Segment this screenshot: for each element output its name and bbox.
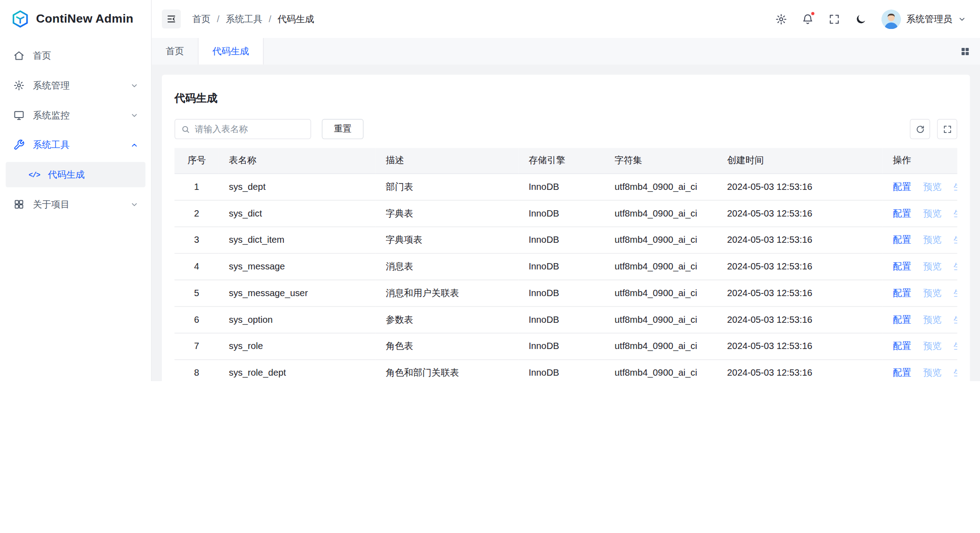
generate-link[interactable]: 生成	[953, 314, 957, 324]
chevron-down-icon	[130, 81, 138, 90]
cell-index: 7	[174, 333, 219, 359]
table-tools	[910, 119, 957, 139]
cell-engine: InnoDB	[519, 306, 605, 333]
cell-index: 1	[174, 173, 219, 200]
generate-link[interactable]: 生成	[953, 181, 957, 191]
sidebar-item-system-monitor[interactable]: 系统监控	[6, 103, 145, 128]
configure-link[interactable]: 配置	[893, 181, 911, 191]
breadcrumb-separator: /	[269, 14, 272, 24]
cell-engine: InnoDB	[519, 173, 605, 200]
cell-index: 2	[174, 200, 219, 226]
breadcrumb: 首页 / 系统工具 / 代码生成	[192, 13, 314, 25]
search-input[interactable]	[195, 124, 305, 134]
dark-mode-moon-icon[interactable]	[854, 13, 867, 25]
generate-link[interactable]: 生成	[953, 288, 957, 297]
notifications-bell-icon[interactable]	[802, 13, 814, 25]
cell-table-name: sys_message_user	[219, 280, 375, 307]
configure-link[interactable]: 配置	[893, 341, 911, 351]
sidebar-item-label: 系统工具	[33, 139, 131, 151]
cell-table-name: sys_role	[219, 333, 375, 359]
tab-options-grid-icon[interactable]	[960, 38, 980, 65]
sidebar-item-system-tools[interactable]: 系统工具	[6, 132, 145, 157]
topbar: 首页 / 系统工具 / 代码生成	[152, 0, 980, 38]
tab-code-generation[interactable]: 代码生成	[198, 38, 263, 65]
fullscreen-icon[interactable]	[828, 13, 840, 25]
menu-fold-icon	[166, 14, 176, 24]
sidebar-item-code-generation[interactable]: </> 代码生成	[6, 162, 145, 187]
cell-index: 3	[174, 226, 219, 253]
app-logo[interactable]: ContiNew Admin	[0, 0, 151, 38]
cell-table-name: sys_message	[219, 253, 375, 280]
avatar	[881, 9, 900, 28]
cell-index: 5	[174, 280, 219, 307]
refresh-button[interactable]	[910, 119, 930, 139]
sidebar-item-label: 系统监控	[33, 109, 131, 121]
col-actions: 操作	[883, 148, 957, 173]
sidebar-collapse-button[interactable]	[162, 9, 181, 28]
configure-link[interactable]: 配置	[893, 234, 911, 244]
cell-actions: 配置 预览 生成	[883, 200, 957, 226]
chevron-up-icon	[130, 141, 138, 149]
preview-link[interactable]: 预览	[923, 181, 942, 191]
cell-description: 字典表	[375, 200, 518, 226]
generate-link[interactable]: 生成	[953, 367, 957, 377]
cell-table-name: sys_option	[219, 306, 375, 333]
settings-icon[interactable]	[775, 13, 787, 25]
table-row: 5 sys_message_user 消息和用户关联表 InnoDB utf8m…	[174, 280, 957, 307]
generate-link[interactable]: 生成	[953, 208, 957, 218]
chevron-down-icon	[130, 111, 138, 119]
preview-link[interactable]: 预览	[923, 288, 942, 297]
cell-actions: 配置 预览 生成	[883, 280, 957, 307]
generate-link[interactable]: 生成	[953, 261, 957, 271]
main-column: 首页 / 系统工具 / 代码生成	[152, 0, 980, 381]
configure-link[interactable]: 配置	[893, 314, 911, 324]
preview-link[interactable]: 预览	[923, 234, 942, 244]
sidebar-item-label: 首页	[33, 50, 139, 62]
preview-link[interactable]: 预览	[923, 208, 942, 218]
table-name-search[interactable]	[174, 119, 311, 139]
chevron-down-icon	[130, 200, 138, 208]
cell-charset: utf8mb4_0900_ai_ci	[605, 200, 717, 226]
configure-link[interactable]: 配置	[893, 367, 911, 377]
cell-charset: utf8mb4_0900_ai_ci	[605, 253, 717, 280]
breadcrumb-system-tools[interactable]: 系统工具	[226, 13, 263, 25]
sidebar-item-system-management[interactable]: 系统管理	[6, 73, 145, 98]
cell-actions: 配置 预览 生成	[883, 306, 957, 333]
cell-created-time: 2024-05-03 12:53:16	[717, 359, 883, 381]
toolbar: 重置	[174, 119, 957, 139]
table-row: 6 sys_option 参数表 InnoDB utf8mb4_0900_ai_…	[174, 306, 957, 333]
cell-description: 字典项表	[375, 226, 518, 253]
table-row: 8 sys_role_dept 角色和部门关联表 InnoDB utf8mb4_…	[174, 359, 957, 381]
table-row: 7 sys_role 角色表 InnoDB utf8mb4_0900_ai_ci…	[174, 333, 957, 359]
preview-link[interactable]: 预览	[923, 314, 942, 324]
user-name: 系统管理员	[906, 13, 952, 25]
col-created-time: 创建时间	[717, 148, 883, 173]
preview-link[interactable]: 预览	[923, 341, 942, 351]
configure-link[interactable]: 配置	[893, 208, 911, 218]
grid-icon	[13, 198, 25, 210]
table-fullscreen-button[interactable]	[937, 119, 957, 139]
home-icon	[13, 50, 25, 61]
user-menu[interactable]: 系统管理员	[881, 9, 966, 28]
cell-engine: InnoDB	[519, 226, 605, 253]
cell-engine: InnoDB	[519, 333, 605, 359]
reset-button[interactable]: 重置	[322, 119, 363, 139]
configure-link[interactable]: 配置	[893, 261, 911, 271]
sidebar-item-home[interactable]: 首页	[6, 43, 145, 68]
breadcrumb-home[interactable]: 首页	[192, 13, 211, 25]
cell-created-time: 2024-05-03 12:53:16	[717, 333, 883, 359]
cell-description: 消息和用户关联表	[375, 280, 518, 307]
cell-engine: InnoDB	[519, 280, 605, 307]
table-row: 2 sys_dict 字典表 InnoDB utf8mb4_0900_ai_ci…	[174, 200, 957, 226]
generate-link[interactable]: 生成	[953, 234, 957, 244]
tab-home[interactable]: 首页	[152, 38, 199, 65]
logo-icon	[11, 9, 30, 28]
generate-link[interactable]: 生成	[953, 341, 957, 351]
preview-link[interactable]: 预览	[923, 261, 942, 271]
configure-link[interactable]: 配置	[893, 288, 911, 297]
col-index: 序号	[174, 148, 219, 173]
preview-link[interactable]: 预览	[923, 367, 942, 377]
cell-index: 6	[174, 306, 219, 333]
sidebar-item-about-project[interactable]: 关于项目	[6, 192, 145, 217]
cell-created-time: 2024-05-03 12:53:16	[717, 253, 883, 280]
